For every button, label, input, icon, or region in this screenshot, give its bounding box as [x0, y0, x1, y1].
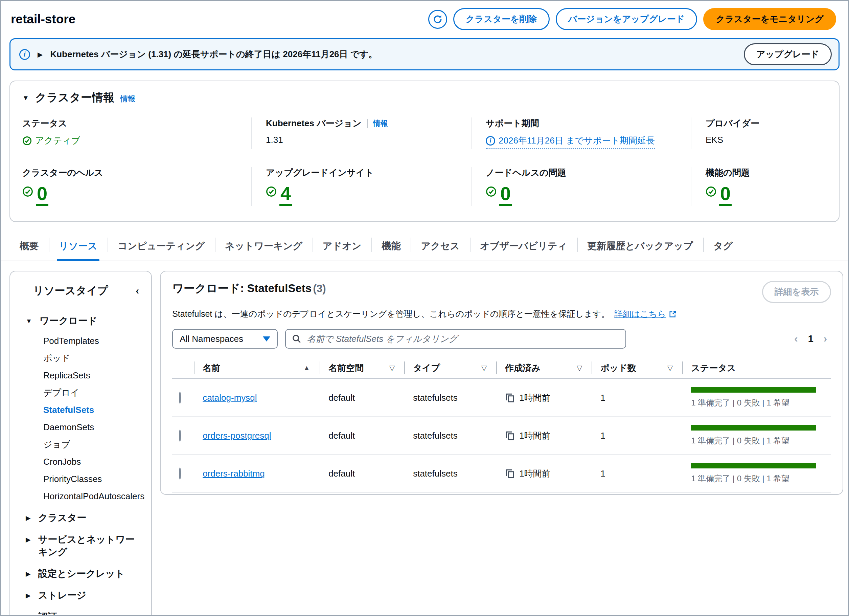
current-page[interactable]: 1: [808, 333, 813, 345]
caret-right-icon: ▶: [26, 570, 31, 579]
sidebar-collapse-icon[interactable]: ‹: [136, 285, 139, 297]
search-input[interactable]: [306, 333, 619, 345]
sidebar-item-replicasets[interactable]: ReplicaSets: [10, 367, 151, 384]
sort-icon: ▽: [667, 364, 673, 372]
banner-upgrade-button[interactable]: アップグレード: [744, 43, 832, 65]
statefulsets-panel: ワークロード: StatefulSets (3) 詳細を表示 Statefuls…: [160, 271, 843, 495]
statefulset-link[interactable]: orders-postgresql: [203, 431, 271, 441]
sidebar-item-priorityclasses[interactable]: PriorityClasses: [10, 470, 151, 488]
statefulset-link[interactable]: catalog-mysql: [203, 392, 257, 403]
status-cell: 1 準備完了 | 0 失敗 | 1 希望: [682, 425, 831, 446]
cluster-info-info-link[interactable]: 情報: [121, 94, 135, 104]
tab-compute[interactable]: コンピューティング: [107, 235, 215, 261]
sidebar-item-horizontalpodautoscalers[interactable]: HorizontalPodAutoscalers: [10, 488, 151, 505]
support-period-link[interactable]: i 2026年11月26日 までサポート期間延長: [486, 135, 655, 149]
show-details-button[interactable]: 詳細を表示: [762, 281, 831, 303]
refresh-button[interactable]: [428, 10, 447, 29]
banner-expand-icon[interactable]: ▶: [37, 51, 43, 58]
copy-icon[interactable]: [505, 392, 515, 403]
learn-more-text: 詳細はこちら: [614, 308, 666, 319]
tab-overview[interactable]: 概要: [9, 235, 49, 261]
node-health-count[interactable]: 0: [499, 184, 512, 206]
pods-cell: 1: [591, 392, 682, 403]
sidebar-item-podtemplates[interactable]: PodTemplates: [10, 333, 151, 350]
column-label: 作成済み: [505, 362, 541, 374]
info-icon: i: [19, 49, 30, 60]
status-progress-bar: [691, 387, 816, 392]
tab-tags[interactable]: タグ: [703, 235, 743, 261]
workload-items: PodTemplates ポッド ReplicaSets デプロイ Statef…: [10, 333, 151, 505]
type-cell: statefulsets: [404, 431, 496, 441]
node-health-label: ノードヘルスの問題: [486, 167, 691, 179]
column-header-status: ステータス: [682, 357, 831, 378]
sidebar-item-jobs[interactable]: ジョブ: [10, 436, 151, 453]
row-radio[interactable]: [179, 467, 181, 480]
sidebar-group-label: サービスとネットワーキング: [38, 533, 140, 559]
sort-icon: ▽: [389, 364, 395, 372]
sidebar-item-deployments[interactable]: デプロイ: [10, 384, 151, 401]
resource-type-sidebar: リソースタイプ ‹ ▼ ワークロード PodTemplates ポッド Repl…: [9, 271, 152, 616]
column-header-type[interactable]: タイプ ▽: [404, 357, 496, 378]
support-period-text: 2026年11月26日 までサポート期間延長: [499, 135, 655, 146]
check-circle-icon: [22, 136, 32, 146]
support-banner: i ▶ Kubernetes バージョン (1.31) の延長サポートの終了日は…: [9, 38, 840, 70]
prev-page-icon[interactable]: ‹: [794, 333, 798, 345]
sidebar-group-config-secrets[interactable]: ▶ 設定とシークレット: [10, 563, 151, 585]
k8s-version-value: 1.31: [266, 135, 471, 145]
upgrade-version-button[interactable]: バージョンをアップグレード: [556, 8, 697, 30]
column-header-name[interactable]: 名前 ▲: [194, 357, 320, 378]
cluster-health-count[interactable]: 0: [36, 184, 48, 206]
sidebar-item-statefulsets[interactable]: StatefulSets: [10, 401, 151, 419]
check-circle-icon: [486, 184, 496, 197]
copy-icon[interactable]: [505, 431, 515, 441]
status-cell: 1 準備完了 | 0 失敗 | 1 希望: [682, 463, 831, 484]
sidebar-item-cronjobs[interactable]: CronJobs: [10, 453, 151, 470]
column-header-pods[interactable]: ポッド数 ▽: [591, 357, 682, 378]
tab-observability[interactable]: オブザーバビリティ: [470, 235, 577, 261]
sidebar-item-pods[interactable]: ポッド: [10, 350, 151, 367]
provider-value: EKS: [706, 135, 827, 145]
sidebar-item-daemonsets[interactable]: DaemonSets: [10, 419, 151, 436]
learn-more-link[interactable]: 詳細はこちら: [614, 308, 676, 319]
copy-icon[interactable]: [505, 468, 515, 479]
status-cell: 1 準備完了 | 0 失敗 | 1 希望: [682, 387, 831, 408]
sidebar-group-cluster[interactable]: ▶ クラスター: [10, 507, 151, 529]
k8s-version-info-link[interactable]: 情報: [373, 118, 388, 128]
collapse-section-icon[interactable]: ▼: [22, 94, 29, 102]
pagination: ‹ 1 ›: [794, 333, 831, 345]
banner-message: Kubernetes バージョン (1.31) の延長サポートの終了日は 202…: [50, 48, 736, 60]
cluster-health-label: クラスターのヘルス: [22, 167, 251, 179]
header-actions: クラスターを削除 バージョンをアップグレード クラスターをモニタリング: [428, 8, 836, 30]
column-header-namespace[interactable]: 名前空間 ▽: [320, 357, 404, 378]
row-radio[interactable]: [179, 430, 181, 442]
delete-cluster-button[interactable]: クラスターを削除: [453, 8, 550, 30]
monitor-cluster-button[interactable]: クラスターをモニタリング: [703, 8, 836, 30]
sidebar-group-authentication[interactable]: ▶ 認証: [10, 606, 151, 616]
tab-networking[interactable]: ネットワーキング: [215, 235, 313, 261]
cluster-name-title: retail-store: [11, 12, 75, 26]
column-label: 名前空間: [328, 362, 363, 374]
search-field: [285, 329, 626, 349]
status-caption: 1 準備完了 | 0 失敗 | 1 希望: [691, 435, 816, 446]
upgrade-insights-count[interactable]: 4: [279, 184, 292, 206]
sort-icon: ▽: [577, 364, 582, 372]
pods-cell: 1: [591, 431, 682, 441]
tab-update-history[interactable]: 更新履歴とバックアップ: [577, 235, 703, 261]
column-header-created[interactable]: 作成済み ▽: [496, 357, 591, 378]
tab-addons[interactable]: アドオン: [313, 235, 372, 261]
feature-issues-count[interactable]: 0: [719, 184, 731, 206]
tab-access[interactable]: アクセス: [411, 235, 470, 261]
namespace-select[interactable]: All Namespaces: [172, 329, 278, 349]
status-text: アクティブ: [35, 135, 80, 146]
sidebar-group-services-networking[interactable]: ▶ サービスとネットワーキング: [10, 529, 151, 563]
sidebar-group-workload[interactable]: ▼ ワークロード: [10, 310, 151, 332]
status-progress-bar: [691, 425, 816, 431]
statefulset-link[interactable]: orders-rabbitmq: [203, 468, 265, 479]
tab-resources[interactable]: リソース: [49, 235, 107, 261]
column-label: ポッド数: [600, 362, 636, 374]
next-page-icon[interactable]: ›: [824, 333, 827, 345]
upgrade-insights-label: アップグレードインサイト: [266, 167, 471, 179]
row-radio[interactable]: [179, 392, 181, 404]
sidebar-group-storage[interactable]: ▶ ストレージ: [10, 585, 151, 606]
tab-features[interactable]: 機能: [371, 235, 411, 261]
